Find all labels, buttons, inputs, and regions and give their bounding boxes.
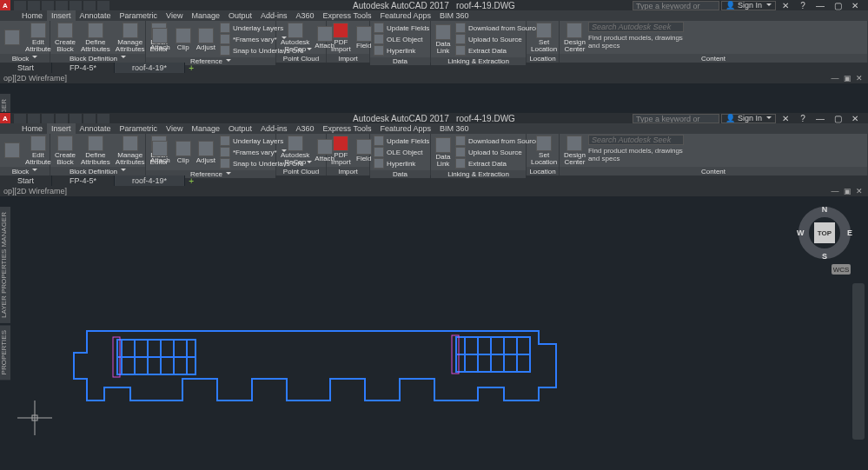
vp-minimize-button[interactable]: — [830, 74, 840, 83]
vp-restore-button[interactable]: ▣ [842, 74, 852, 83]
tab-express[interactable]: Express Tools [319, 123, 376, 134]
attach-button[interactable]: Attach [148, 135, 173, 169]
doc-tab-start[interactable]: Start [0, 175, 52, 186]
design-center-button[interactable]: Design Center [561, 135, 588, 166]
signin-button[interactable]: 👤Sign In [721, 114, 776, 123]
doc-tab-fp[interactable]: FP-4-5* [52, 63, 115, 73]
qat-saveas-icon[interactable] [56, 1, 68, 10]
qat-open-icon[interactable] [28, 114, 40, 123]
minimize-button[interactable]: — [812, 1, 828, 10]
close-button[interactable]: ✕ [847, 1, 863, 10]
maximize-button[interactable]: ▢ [830, 114, 845, 123]
tab-insert[interactable]: Insert [47, 123, 76, 134]
edit-attribute-button[interactable]: Edit Attribute [23, 135, 54, 166]
tab-manage[interactable]: Manage [187, 123, 224, 134]
tab-featured[interactable]: Featured Apps [375, 123, 435, 134]
viewport-label[interactable]: op][2D Wireframe] [3, 74, 67, 83]
view-cube[interactable]: TOP N S E W [798, 207, 851, 259]
qat-new-icon[interactable] [14, 114, 26, 123]
app-icon[interactable]: A [0, 113, 10, 123]
clip-button[interactable]: Clip [173, 22, 194, 56]
hyperlink-button[interactable]: Hyperlink [374, 45, 429, 56]
recap-button[interactable]: Autodesk ReCap [278, 135, 312, 166]
create-block-button[interactable]: Create Block [52, 22, 78, 53]
compass-s[interactable]: S [822, 252, 827, 261]
define-attributes-button[interactable]: Define Attributes [78, 135, 113, 166]
vp-close-button[interactable]: ✕ [854, 187, 865, 195]
vp-close-button[interactable]: ✕ [854, 74, 865, 83]
qat-save-icon[interactable] [42, 1, 54, 10]
update-fields-button[interactable]: Update Fields [374, 23, 429, 33]
data-link-button[interactable]: Data Link [433, 135, 454, 169]
ole-object-button[interactable]: OLE Object [374, 147, 429, 157]
qat-new-icon[interactable] [14, 1, 26, 10]
tab-a360[interactable]: A360 [292, 123, 319, 134]
vp-minimize-button[interactable]: — [830, 187, 840, 195]
tab-view[interactable]: View [162, 123, 187, 134]
tab-bim360[interactable]: BIM 360 [435, 123, 474, 134]
qat-saveas-icon[interactable] [56, 114, 68, 123]
hyperlink-button[interactable]: Hyperlink [374, 158, 429, 169]
insert-block-button[interactable] [2, 22, 23, 53]
minimize-button[interactable]: — [812, 114, 828, 123]
clip-button[interactable]: Clip [173, 135, 194, 169]
create-block-button[interactable]: Create Block [52, 135, 78, 166]
viewcube-top-face[interactable]: TOP [814, 222, 835, 243]
pdf-import-button[interactable]: PDF Import [328, 22, 354, 53]
qat-undo-icon[interactable] [83, 1, 96, 10]
compass-n[interactable]: N [822, 205, 828, 214]
qat-plot-icon[interactable] [70, 1, 82, 10]
tab-featured[interactable]: Featured Apps [375, 10, 435, 21]
design-center-button[interactable]: Design Center [561, 22, 588, 53]
new-doc-tab-button[interactable]: + [185, 176, 197, 186]
qat-redo-icon[interactable] [97, 1, 109, 10]
help-search-input[interactable]: Type a keyword or phrase [633, 114, 719, 123]
tab-output[interactable]: Output [224, 123, 256, 134]
viewport-label[interactable]: op][2D Wireframe] [3, 187, 67, 195]
attach-button[interactable]: Attach [148, 22, 173, 56]
close-button[interactable]: ✕ [847, 114, 863, 123]
help-icon[interactable]: ? [795, 1, 811, 10]
drawing-canvas[interactable]: LAYER PROPERTIES MANAGER PROPERTIES TOP … [0, 196, 868, 470]
navigation-bar[interactable] [852, 283, 865, 440]
compass-e[interactable]: E [847, 228, 852, 237]
layer-manager-tab[interactable]: LAYER PROPERTIES MANAGER [0, 207, 10, 323]
exchange-icon[interactable]: ✕ [778, 114, 793, 123]
wcs-badge[interactable]: WCS [832, 264, 851, 275]
define-attributes-button[interactable]: Define Attributes [78, 22, 113, 53]
autodesk-seek-input[interactable] [588, 22, 684, 32]
tab-parametric[interactable]: Parametric [116, 123, 162, 134]
qat-save-icon[interactable] [42, 114, 54, 123]
update-fields-button[interactable]: Update Fields [374, 136, 429, 146]
tab-parametric[interactable]: Parametric [116, 10, 162, 21]
drawing-canvas[interactable]: LAYER PROPERTIES MANAGER [0, 83, 868, 112]
data-link-button[interactable]: Data Link [433, 22, 454, 56]
doc-tab-roof[interactable]: roof-4-19* [115, 175, 185, 186]
tab-home[interactable]: Home [17, 10, 47, 21]
set-location-button[interactable]: Set Location [528, 135, 560, 166]
tab-annotate[interactable]: Annotate [76, 123, 116, 134]
doc-tab-start[interactable]: Start [0, 63, 52, 73]
tab-view[interactable]: View [162, 10, 187, 21]
insert-block-button[interactable] [2, 135, 23, 166]
layer-manager-tab[interactable]: LAYER PROPERTIES MANAGER [0, 94, 10, 112]
pdf-import-button[interactable]: PDF Import [328, 135, 354, 166]
tab-a360[interactable]: A360 [292, 10, 319, 21]
manage-attributes-button[interactable]: Manage Attributes [113, 22, 148, 53]
adjust-button[interactable]: Adjust [194, 22, 218, 56]
help-icon[interactable]: ? [795, 114, 811, 123]
ole-object-button[interactable]: OLE Object [374, 34, 429, 44]
manage-attributes-button[interactable]: Manage Attributes [113, 135, 148, 166]
properties-tab[interactable]: PROPERTIES [0, 325, 10, 380]
exchange-icon[interactable]: ✕ [778, 1, 793, 10]
tab-annotate[interactable]: Annotate [76, 10, 116, 21]
qat-plot-icon[interactable] [70, 114, 82, 123]
tab-insert[interactable]: Insert [47, 10, 76, 21]
qat-open-icon[interactable] [28, 1, 40, 10]
qat-redo-icon[interactable] [97, 114, 109, 123]
qat-undo-icon[interactable] [83, 114, 96, 123]
doc-tab-roof[interactable]: roof-4-19* [115, 63, 185, 73]
new-doc-tab-button[interactable]: + [185, 63, 197, 73]
tab-addins[interactable]: Add-ins [256, 123, 292, 134]
set-location-button[interactable]: Set Location [528, 22, 560, 53]
